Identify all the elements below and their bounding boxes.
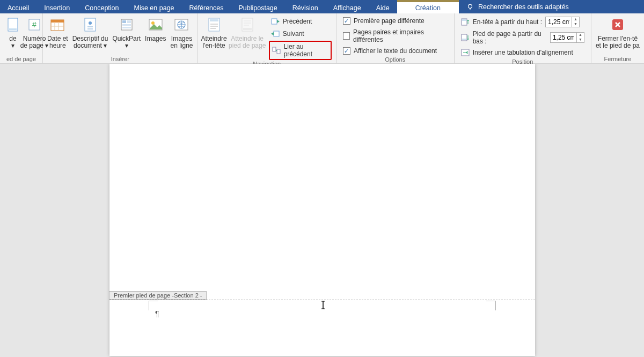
goto-footer-icon xyxy=(239,16,256,33)
tab-mise-en-page[interactable]: Mise en page xyxy=(127,0,182,13)
svg-rect-15 xyxy=(122,20,126,23)
group-label-insert: Insérer xyxy=(43,55,197,63)
goto-header-button[interactable]: Atteindre l'en-tête xyxy=(200,14,228,49)
header-from-top-spinner[interactable]: ▲▼ xyxy=(545,17,580,27)
spinner-arrows[interactable]: ▲▼ xyxy=(576,33,584,42)
tab-accueil[interactable]: Accueil xyxy=(0,0,36,13)
svg-text:#: # xyxy=(32,20,36,29)
page[interactable]: Premier pied de page -Section 2 - ¶ xyxy=(109,64,535,356)
insert-alignment-tab-button[interactable]: Insérer une tabulation d'alignement xyxy=(459,47,587,58)
images-button[interactable]: Images xyxy=(143,14,168,42)
tab-context-group: Création xyxy=(397,0,459,13)
footer-from-bottom-label: Pied de page à partir du bas : xyxy=(473,30,547,45)
previous-icon xyxy=(271,17,280,26)
document-area[interactable]: Premier pied de page -Section 2 - ¶ xyxy=(0,64,644,357)
svg-rect-35 xyxy=(274,31,279,36)
header-from-top-field: En-tête à partir du haut : ▲▼ xyxy=(459,16,587,28)
ribbon: de ▾ # Numéro de page ▾ ed de page Date … xyxy=(0,13,644,64)
header-top-icon xyxy=(461,18,470,26)
insert-alignment-tab-label: Insérer une tabulation d'alignement xyxy=(473,49,573,56)
page-number-button[interactable]: # Numéro de page ▾ xyxy=(24,14,45,49)
footer-from-bottom-spinner[interactable]: ▲▼ xyxy=(550,32,584,43)
different-odd-even-checkbox[interactable]: Pages paires et impaires différentes xyxy=(341,27,450,44)
svg-rect-42 xyxy=(462,39,466,40)
svg-point-0 xyxy=(468,4,472,8)
tab-references[interactable]: Références xyxy=(182,0,231,13)
svg-rect-25 xyxy=(210,24,218,25)
tab-creation[interactable]: Création xyxy=(397,0,459,13)
close-label-2: et le pied de pa xyxy=(596,42,640,49)
svg-rect-38 xyxy=(277,49,280,54)
images-label: Images xyxy=(145,35,166,42)
next-label: Suivant xyxy=(283,30,304,38)
svg-rect-40 xyxy=(462,19,466,21)
tab-revision[interactable]: Révision xyxy=(285,0,326,13)
tell-me-label: Rechercher des outils adaptés xyxy=(478,3,569,11)
goto-footer-label: Atteindre le pied de page xyxy=(229,35,266,49)
ribbon-tabs: Accueil Insertion Conception Mise en pag… xyxy=(0,0,644,13)
tab-icon xyxy=(461,48,470,57)
navigation-stack: Précédent Suivant Lier au précédent xyxy=(267,14,334,60)
svg-rect-24 xyxy=(210,19,218,21)
footer-from-bottom-input[interactable] xyxy=(551,33,576,42)
previous-section-button[interactable]: Précédent xyxy=(269,16,332,27)
svg-rect-29 xyxy=(243,28,252,30)
different-first-page-checkbox[interactable]: Première page différente xyxy=(341,16,450,26)
group-options: Première page différente Pages paires et… xyxy=(336,13,455,63)
group-insert: Date et heure Descriptif du document ▾ Q… xyxy=(43,13,198,63)
quickparts-button[interactable]: QuickPart ▾ xyxy=(110,14,143,49)
svg-marker-36 xyxy=(271,32,274,35)
online-images-label: Images en ligne xyxy=(170,35,193,49)
spinner-arrows[interactable]: ▲▼ xyxy=(572,17,579,27)
checkbox-unchecked-icon xyxy=(343,32,350,40)
svg-rect-12 xyxy=(87,26,93,27)
online-images-button[interactable]: Images en ligne xyxy=(168,14,195,49)
tell-me-search[interactable]: Rechercher des outils adaptés xyxy=(459,0,576,13)
link-previous-label: Lier au précédent xyxy=(284,43,328,58)
tab-publipostage[interactable]: Publipostage xyxy=(231,0,285,13)
next-icon xyxy=(271,29,280,38)
previous-label: Précédent xyxy=(283,18,312,25)
tab-affichage[interactable]: Affichage xyxy=(326,0,369,13)
svg-marker-34 xyxy=(277,20,280,23)
tab-aide[interactable]: Aide xyxy=(369,0,397,13)
options-stack: Première page différente Pages paires et… xyxy=(339,14,452,56)
date-time-button[interactable]: Date et heure xyxy=(45,14,70,49)
group-header-footer: de ▾ # Numéro de page ▾ ed de page xyxy=(0,13,43,63)
different-first-page-label: Première page différente xyxy=(354,17,425,25)
paragraph-mark: ¶ xyxy=(155,309,159,318)
show-document-text-label: Afficher le texte du document xyxy=(354,47,437,55)
svg-rect-37 xyxy=(273,47,276,51)
svg-rect-32 xyxy=(244,25,249,26)
close-header-footer-button[interactable]: Fermer l'en-tê et le pied de pa xyxy=(594,14,642,49)
group-label-close: Fermeture xyxy=(591,55,644,63)
header-from-top-input[interactable] xyxy=(546,17,572,27)
hash-icon: # xyxy=(26,16,43,33)
tab-conception[interactable]: Conception xyxy=(77,0,126,13)
different-odd-even-label: Pages paires et impaires différentes xyxy=(353,28,448,43)
btn-de-label: de ▾ xyxy=(9,35,16,49)
footer-corner-right xyxy=(486,301,496,310)
tab-insertion[interactable]: Insertion xyxy=(36,0,77,13)
date-time-label: Date et heure xyxy=(47,35,68,49)
svg-rect-26 xyxy=(210,26,218,27)
svg-rect-13 xyxy=(87,28,93,29)
position-stack: En-tête à partir du haut : ▲▼ Pied de pa… xyxy=(457,14,589,58)
checkbox-checked-icon xyxy=(343,47,350,55)
next-section-button[interactable]: Suivant xyxy=(269,28,332,39)
close-icon xyxy=(609,16,626,33)
header-from-top-label: En-tête à partir du haut : xyxy=(473,18,542,26)
checkbox-checked-icon xyxy=(343,17,350,25)
svg-rect-2 xyxy=(9,28,17,30)
footer-bottom-icon xyxy=(461,33,470,42)
group-label-entete: ed de page xyxy=(0,55,42,63)
goto-header-label: Atteindre l'en-tête xyxy=(201,35,227,49)
group-label-options: Options xyxy=(336,56,454,64)
document-info-button[interactable]: Descriptif du document ▾ xyxy=(70,14,111,49)
show-document-text-checkbox[interactable]: Afficher le texte du document xyxy=(341,46,450,56)
goto-footer-button: Atteindre le pied de page xyxy=(228,14,267,49)
svg-rect-27 xyxy=(210,28,216,29)
svg-rect-18 xyxy=(122,27,131,28)
link-to-previous-button[interactable]: Lier au précédent xyxy=(269,41,332,60)
svg-point-20 xyxy=(151,21,155,25)
